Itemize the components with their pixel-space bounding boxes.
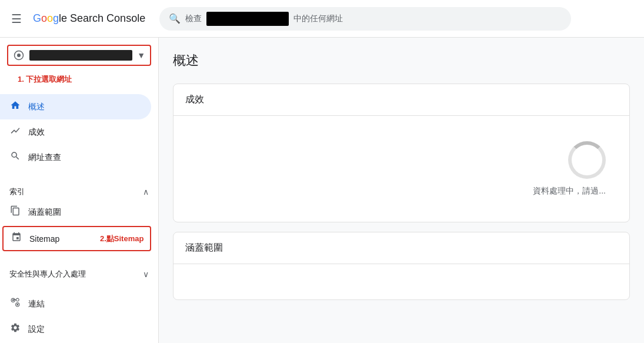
main-layout: ▼ 1. 下拉選取網址 概述 成效 <box>0 38 644 343</box>
index-section-title: 索引 <box>9 187 25 197</box>
property-selector[interactable]: ▼ <box>7 45 151 66</box>
security-section-arrow-icon: ∨ <box>143 269 149 279</box>
sidebar-item-overview[interactable]: 概述 <box>0 94 151 119</box>
index-section-arrow-icon: ∧ <box>143 187 149 197</box>
app-header: ☰ Google Search Console 🔍 檢查 中的任何網址 <box>0 0 644 38</box>
sitemap-item-wrapper: Sitemap 2.點Sitemap <box>0 226 158 251</box>
performance-card-body: 資料處理中，請過... <box>173 116 629 222</box>
coverage-icon <box>9 205 21 219</box>
dropdown-arrow-icon: ▼ <box>137 51 145 60</box>
sidebar-item-settings-label: 設定 <box>28 324 45 335</box>
annotation-2-text: 2.點Sitemap <box>100 234 144 244</box>
sidebar-item-overview-label: 概述 <box>28 102 45 112</box>
annotation-1-container: 1. 下拉選取網址 <box>18 74 151 85</box>
sidebar-item-url-inspection-label: 網址查查 <box>28 152 61 163</box>
annotation-1-text: 1. 下拉選取網址 <box>18 74 72 85</box>
menu-icon[interactable]: ☰ <box>9 12 24 26</box>
performance-card: 成效 資料處理中，請過... <box>173 84 630 222</box>
property-name <box>29 50 132 61</box>
sidebar: ▼ 1. 下拉選取網址 概述 成效 <box>0 38 159 343</box>
search-suffix-label: 中的任何網址 <box>293 14 343 24</box>
performance-card-header: 成效 <box>173 84 629 116</box>
sidebar-item-coverage[interactable]: 涵蓋範圍 <box>0 199 151 225</box>
sidebar-item-performance[interactable]: 成效 <box>0 119 151 145</box>
coverage-card: 涵蓋範圍 <box>173 232 630 300</box>
page-title: 概述 <box>173 52 630 69</box>
security-section-title: 安全性與專人介入處理 <box>9 269 86 279</box>
settings-icon <box>9 322 21 336</box>
links-icon <box>9 297 21 311</box>
sitemap-icon <box>11 232 22 245</box>
sidebar-item-url-inspection[interactable]: 網址查查 <box>0 145 151 170</box>
app-logo: Google Search Console <box>33 12 145 25</box>
property-icon <box>13 49 25 61</box>
sidebar-item-settings[interactable]: 設定 <box>0 317 151 342</box>
performance-icon <box>9 125 21 139</box>
sidebar-item-links[interactable]: 連結 <box>0 291 151 317</box>
url-inspection-icon <box>9 151 21 164</box>
coverage-card-header: 涵蓋範圍 <box>173 232 629 264</box>
search-input[interactable] <box>206 12 289 26</box>
search-prefix-label: 檢查 <box>185 14 202 24</box>
main-content: 概述 成效 資料處理中，請過... 涵蓋範圍 <box>159 38 644 343</box>
processing-clock-icon <box>568 141 606 179</box>
processing-text: 資料處理中，請過... <box>533 186 606 197</box>
sidebar-item-links-label: 連結 <box>28 299 45 309</box>
sidebar-item-sitemap-label: Sitemap <box>29 234 59 244</box>
home-icon <box>9 100 21 114</box>
global-search-bar[interactable]: 🔍 檢查 中的任何網址 <box>159 7 571 31</box>
coverage-card-body <box>173 264 629 299</box>
sidebar-item-performance-label: 成效 <box>28 127 45 138</box>
svg-point-1 <box>17 54 21 57</box>
index-section-header[interactable]: 索引 ∧ <box>0 179 158 199</box>
sidebar-item-coverage-label: 涵蓋範圍 <box>28 207 61 218</box>
main-nav-section: 概述 成效 網址查查 <box>0 94 158 170</box>
search-icon: 🔍 <box>169 13 181 24</box>
security-section-header[interactable]: 安全性與專人介入處理 ∨ <box>0 262 158 282</box>
